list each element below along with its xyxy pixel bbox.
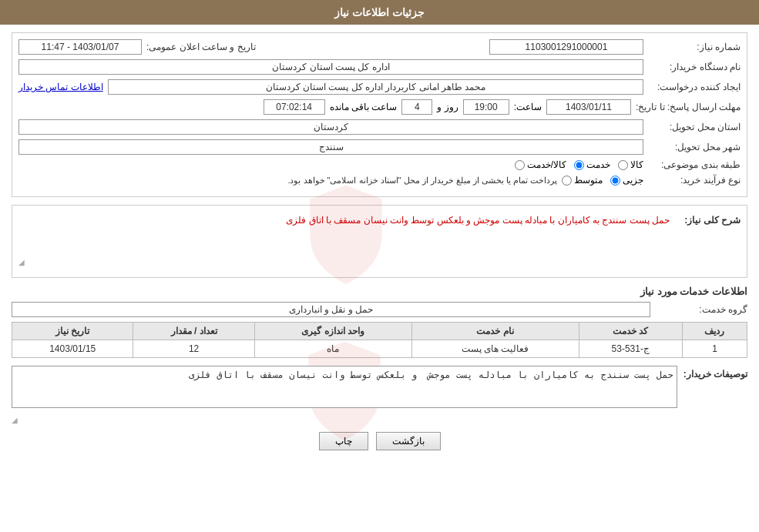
col-row-num: ردیف	[682, 323, 747, 340]
service-group-value: حمل و نقل و انبارداری	[12, 302, 650, 317]
category-khedmat-input[interactable]	[574, 160, 584, 170]
need-description-row: شرح کلی نیاز: حمل پست سنندج به کامیاران …	[18, 212, 741, 266]
creator-label: ایجاد کننده درخواست:	[648, 82, 741, 92]
category-kala-khedmat-input[interactable]	[515, 160, 525, 170]
response-days: 4	[401, 99, 432, 115]
buyer-org-value: اداره کل پست استان کردستان	[18, 59, 643, 75]
purchase-type-jozi-label: جزیی	[623, 175, 643, 186]
response-days-label: روز و	[437, 102, 458, 112]
date-time-label: تاریخ و ساعت اعلان عمومی:	[146, 42, 256, 52]
purchase-type-radio-group: متوسط جزیی	[562, 175, 643, 186]
row-province: استان محل تحویل: کردستان	[18, 119, 741, 135]
row-buyer-org: نام دستگاه خریدار: اداره کل پست استان کر…	[18, 59, 741, 75]
page-title: جزئیات اطلاعات نیاز	[334, 6, 425, 18]
main-content: شماره نیاز: 1103001291000001 تاریخ و ساع…	[0, 25, 759, 466]
category-radio-kala[interactable]: کالا	[618, 159, 643, 170]
province-value: کردستان	[18, 119, 643, 135]
need-number-value: 1103001291000001	[489, 39, 643, 55]
purchase-type-jozi-input[interactable]	[610, 176, 620, 186]
buyer-org-label: نام دستگاه خریدار:	[648, 62, 741, 72]
response-remaining-label: ساعت باقی مانده	[330, 102, 398, 112]
category-radio-khedmat[interactable]: خدمت	[574, 159, 610, 170]
cell-code: ج-531-53	[579, 340, 682, 358]
need-description-label: شرح کلی نیاز:	[679, 212, 741, 226]
buyer-description-label: توصیفات خریدار:	[683, 366, 747, 380]
cell-date: 1403/01/15	[12, 340, 133, 358]
service-group-row: گروه خدمت: حمل و نقل و انبارداری	[12, 302, 747, 317]
need-description-section: شرح کلی نیاز: حمل پست سنندج به کامیاران …	[12, 205, 747, 278]
buyer-description-section: توصیفات خریدار: ◢	[12, 366, 747, 424]
page-header: جزئیات اطلاعات نیاز	[0, 0, 759, 25]
response-time-label: ساعت:	[514, 102, 542, 112]
category-kala-khedmat-label: کالا/خدمت	[527, 159, 566, 170]
cell-name: فعالیت های پست	[411, 340, 579, 358]
purchase-type-motavasseat-input[interactable]	[562, 176, 572, 186]
row-city: شهر محل تحویل: سنندج	[18, 139, 741, 155]
cell-row-num: 1	[682, 340, 747, 358]
contact-link[interactable]: اطلاعات تماس خریدار	[18, 82, 103, 92]
response-time: 19:00	[463, 99, 509, 115]
need-description-value: حمل پست سنندج به کامیاران با مبادله پست …	[18, 212, 673, 229]
page-wrapper: جزئیات اطلاعات نیاز شماره نیاز: 11030012…	[0, 0, 759, 532]
purchase-type-motavasseat-label: متوسط	[574, 175, 603, 186]
purchase-type-motavasseat[interactable]: متوسط	[562, 175, 603, 186]
row-need-number: شماره نیاز: 1103001291000001 تاریخ و ساع…	[18, 39, 741, 55]
purchase-note: پرداخت تمام یا بخشی از مبلغ خریدار از مح…	[18, 176, 557, 186]
service-group-label: گروه خدمت:	[655, 304, 747, 315]
response-remaining: 07:02:14	[264, 99, 325, 115]
province-label: استان محل تحویل:	[648, 122, 741, 132]
category-radio-group: کالا/خدمت خدمت کالا	[515, 159, 643, 170]
col-name: نام خدمت	[411, 323, 579, 340]
category-khedmat-label: خدمت	[586, 159, 610, 170]
buyer-description-textarea[interactable]	[12, 366, 677, 408]
response-date: 1403/01/11	[546, 99, 631, 115]
category-kala-label: کالا	[630, 159, 643, 170]
buyer-description-row: توصیفات خریدار: ◢	[12, 366, 747, 424]
category-kala-input[interactable]	[618, 160, 628, 170]
info-section: شماره نیاز: 1103001291000001 تاریخ و ساع…	[12, 32, 747, 197]
row-creator: ایجاد کننده درخواست: محمد طاهر امانی کار…	[18, 79, 741, 95]
row-response-deadline: مهلت ارسال پاسخ: تا تاریخ: 1403/01/11 سا…	[18, 99, 741, 115]
response-deadline-label: مهلت ارسال پاسخ: تا تاریخ:	[636, 102, 741, 112]
date-time-value: 1403/01/07 - 11:47	[18, 39, 142, 55]
watermark-shield	[300, 181, 392, 289]
purchase-type-label: نوع فرآیند خرید:	[648, 175, 741, 186]
city-label: شهر محل تحویل:	[648, 142, 741, 152]
city-value: سنندج	[18, 139, 643, 155]
creator-value: محمد طاهر امانی کاربردار اداره کل پست اس…	[108, 79, 643, 95]
need-number-label: شماره نیاز:	[648, 42, 741, 52]
purchase-type-jozi[interactable]: جزیی	[610, 175, 643, 186]
need-description-container: حمل پست سنندج به کامیاران با مبادله پست …	[18, 212, 673, 266]
col-qty: تعداد / مقدار	[133, 323, 254, 340]
col-code: کد خدمت	[579, 323, 682, 340]
buyer-description-container: ◢	[12, 366, 677, 424]
col-date: تاریخ نیاز	[12, 323, 133, 340]
cell-qty: 12	[133, 340, 254, 358]
row-category: طبقه بندی موضوعی: کالا/خدمت خدمت کالا	[18, 159, 741, 170]
category-radio-kala-khedmat[interactable]: کالا/خدمت	[515, 159, 566, 170]
category-label: طبقه بندی موضوعی:	[648, 159, 741, 170]
